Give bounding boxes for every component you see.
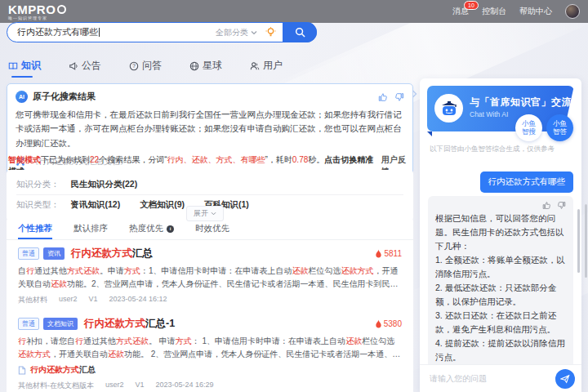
question-circle-icon: ? [129, 61, 139, 71]
mode-label: 智能模式 [8, 155, 41, 164]
page-scrollbar[interactable] [585, 204, 587, 278]
search-input[interactable]: 行内还款方式有哪些 [17, 26, 98, 38]
banner-fold [427, 131, 432, 136]
sort-tab-recency[interactable]: 时效优先 [195, 223, 229, 239]
chat-subtitle: Chat With AI [470, 110, 508, 118]
category-dropdown[interactable]: 全部分类 [216, 27, 257, 38]
mode-smart-answer-button[interactable]: 小鱼 智答 [546, 114, 573, 141]
tag-document: 文档知识 [43, 318, 78, 330]
book-icon [8, 61, 18, 71]
smart-lamp-icon[interactable] [265, 27, 276, 38]
search-bar: 行内还款方式有哪些 全部分类 [7, 22, 317, 42]
robot-avatar [434, 94, 463, 122]
mode-smart-search-button[interactable]: 小鱼 智搜 [515, 114, 542, 141]
chat-messages[interactable]: 行内还款方式有哪些 根据已知信息，可以回答您的问题。民生信用卡的还款方式包括以下… [420, 168, 581, 364]
tab-users[interactable]: 用户 [250, 59, 283, 78]
panel-collapse-chevron[interactable] [412, 90, 417, 100]
chevron-down-icon [211, 212, 216, 216]
ai-chat-panel: 与「首席知识官」交流 Chat With AI 小鱼 智搜 小鱼 智答 以下回答… [420, 78, 581, 392]
megaphone-icon [69, 61, 78, 71]
tab-label: 公告 [82, 59, 101, 73]
menu-messages[interactable]: 消息 10 [452, 6, 469, 17]
result-count: 22 [90, 155, 99, 164]
chat-title: 与「首席知识官」交流 [470, 96, 572, 109]
sort-tab-default[interactable]: 默认排序 [74, 223, 108, 239]
tab-label: 问答 [142, 59, 162, 73]
tag-normal: 普通 [18, 247, 39, 260]
flame-icon [375, 249, 382, 258]
expand-filters-button[interactable]: 展开 [186, 206, 224, 221]
svg-text:?: ? [132, 63, 136, 69]
elapsed-time: 0.78 [292, 155, 308, 164]
search-icon [295, 27, 305, 38]
robot-icon [439, 98, 460, 119]
paper-plane-icon [560, 374, 570, 384]
filter-type-label: 知识类型： [16, 199, 60, 211]
document-icon [18, 366, 26, 375]
tab-label: 知识 [21, 59, 41, 73]
tab-qa[interactable]: ? 问答 [129, 59, 162, 78]
chat-scrollbar[interactable] [577, 209, 580, 273]
top-bar: KMPRO 唯一知识管理专家 消息 10 控制台 帮助中心 [0, 0, 588, 23]
tag-normal: 普通 [18, 318, 39, 330]
filter-option[interactable]: 资讯知识(12) [71, 199, 121, 211]
ai-card-title: 原子化搜索结果 [33, 91, 96, 103]
ai-message-bubble: 根据已知信息，可以回答您的问题。民生信用卡的还款方式包括以下几种： 1. 全额还… [428, 196, 573, 364]
tag-news: 资讯 [43, 247, 65, 260]
result-item: 普通 资讯 行内还款方式汇总 5811 自行通过其他方式还款。申请方式：1、申请… [7, 240, 413, 310]
result-meta: 其他材料-在线文档版本user2V12023-05-24 16:29 [18, 381, 402, 391]
thumbs-up-icon[interactable] [542, 201, 551, 210]
chevron-right-icon [412, 90, 417, 98]
flame-icon [375, 319, 382, 328]
message-count-badge: 10 [464, 1, 479, 10]
menu-console[interactable]: 控制台 [482, 6, 506, 17]
result-title[interactable]: 行内还款方式汇总 [71, 247, 153, 261]
logo-orb-icon [57, 5, 66, 14]
thumbs-down-icon[interactable] [557, 201, 566, 210]
logo[interactable]: KMPRO 唯一知识管理专家 [8, 3, 66, 20]
text-caret [99, 28, 100, 37]
results-card: 个性推荐 默认排序 热度优先 i 时效优先 普通 资讯 行内还款方式汇总 581… [7, 217, 413, 392]
search-button[interactable] [283, 22, 317, 42]
result-item: 普通 文档知识 行内还款方式汇总-1 5380 行补扣，请您自行通过其他方式还款… [7, 310, 413, 392]
chat-disclaimer: 以下回答由小鱼智答综合生成，仅供参考 [430, 145, 572, 154]
globe-icon [189, 61, 199, 71]
keywords: 行内、还款、方式、有哪些 [167, 155, 265, 164]
ai-icon: AI [16, 91, 28, 103]
info-icon: i [167, 225, 174, 233]
filter-option[interactable]: 民生知识分类(22) [71, 179, 138, 190]
menu-help-center[interactable]: 帮助中心 [519, 6, 552, 17]
send-button[interactable] [555, 369, 575, 389]
logo-tagline: 唯一知识管理专家 [8, 16, 66, 20]
heat-count: 5380 [375, 319, 402, 328]
attachment-link[interactable]: 行内还款方式汇总 [18, 364, 402, 376]
tab-label: 星球 [203, 59, 222, 73]
filter-option[interactable]: 文档知识(9) [140, 199, 185, 211]
chat-input[interactable] [430, 374, 555, 383]
tab-label: 用户 [263, 59, 283, 73]
ai-answer-text: 您可携带现金和信用卡，在最后还款日前到我行全国任一营业网点办理现金还款；如果您持… [16, 108, 404, 150]
chevron-down-icon [251, 30, 257, 35]
chat-mode-switcher: 小鱼 智搜 小鱼 智答 [515, 114, 573, 141]
result-snippet: 行补扣，请您自行通过其他方式还款。 申请方式： 1、申请信用卡时申请：在申请表上… [18, 335, 402, 360]
users-icon [250, 61, 260, 71]
user-message-bubble: 行内还款方式有哪些 [480, 172, 574, 193]
ai-reply-text: 根据已知信息，可以回答您的问题。民生信用卡的还款方式包括以下几种： 1. 全额还… [435, 212, 566, 364]
tab-planet[interactable]: 星球 [189, 59, 222, 78]
logo-text: KMPRO [8, 3, 56, 16]
chat-input-bar [420, 364, 581, 392]
result-title[interactable]: 行内还款方式汇总-1 [84, 317, 175, 331]
tab-announcements[interactable]: 公告 [69, 59, 101, 78]
thumbs-up-icon[interactable] [378, 92, 388, 102]
heat-count: 5811 [375, 249, 402, 258]
filter-category-label: 知识分类： [16, 179, 60, 190]
user-avatar[interactable] [565, 4, 580, 19]
app-screen: KMPRO 唯一知识管理专家 消息 10 控制台 帮助中心 行内还款方式有哪些 … [0, 0, 588, 392]
sort-tab-heat[interactable]: 热度优先 i [129, 223, 174, 239]
result-meta: 其他材料user2V12023-05-24 16:12 [18, 295, 402, 305]
tab-knowledge[interactable]: 知识 [8, 59, 41, 78]
sort-tab-recommend[interactable]: 个性推荐 [18, 223, 52, 239]
top-menu: 消息 10 控制台 帮助中心 [452, 4, 580, 19]
result-snippet: 自行通过其他方式还款。申请方式：1、申请信用卡时申请：在申请表上自动还款栏位勾选… [18, 265, 402, 290]
thumbs-down-icon[interactable] [394, 92, 404, 102]
